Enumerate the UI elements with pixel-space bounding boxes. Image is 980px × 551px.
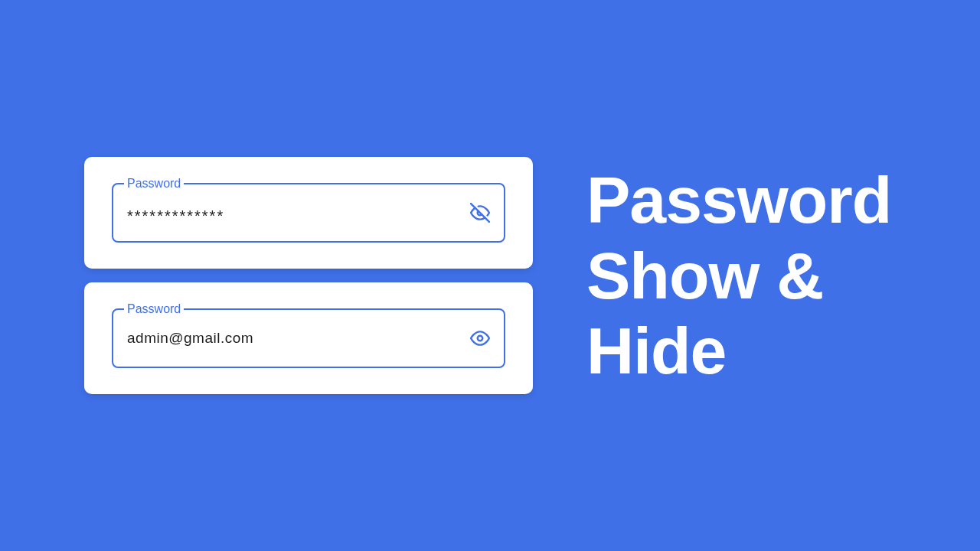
page-title: Password Show & Hide: [586, 162, 896, 390]
password-input-hidden[interactable]: [127, 201, 470, 225]
eye-icon[interactable]: [470, 328, 490, 348]
password-label: Password: [124, 302, 184, 316]
password-card-shown: Password: [84, 282, 533, 394]
heading-line-1: Password: [586, 163, 891, 236]
password-label: Password: [124, 177, 184, 191]
password-field-wrapper: Password: [112, 183, 505, 243]
heading-column: Password Show & Hide: [586, 162, 896, 390]
heading-line-2: Show &: [586, 239, 823, 312]
eye-off-icon[interactable]: [470, 203, 490, 223]
svg-point-1: [478, 336, 483, 341]
forms-column: Password Password: [84, 157, 533, 394]
password-field-wrapper: Password: [112, 308, 505, 368]
password-card-hidden: Password: [84, 157, 533, 269]
password-input-shown[interactable]: [127, 330, 470, 347]
heading-line-3: Hide: [586, 314, 726, 387]
